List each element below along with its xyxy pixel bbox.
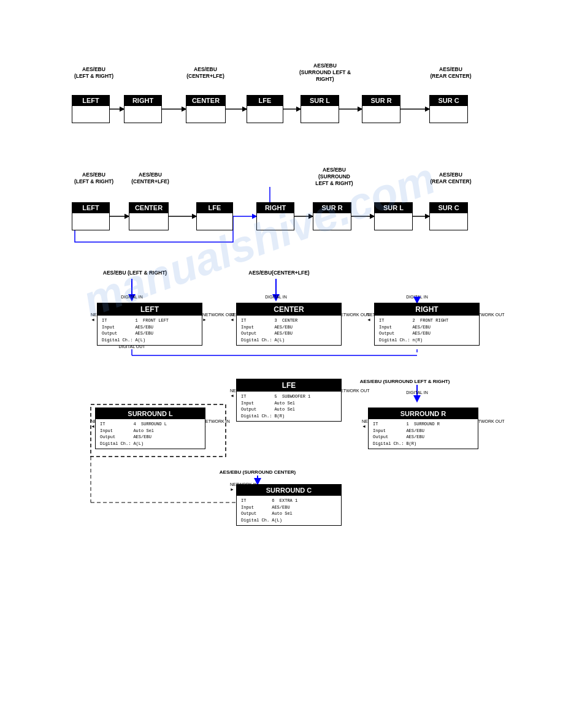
center-detail-body: IT3 CENTER InputAES/EBU OutputAES/EBU Di… xyxy=(237,316,341,345)
r2-lfe-label: LFE xyxy=(197,203,232,213)
r1-surR-label: SUR R xyxy=(362,96,400,105)
r2-surC-box: SUR C xyxy=(429,202,468,230)
center-detail-header: CENTER xyxy=(237,303,341,316)
svg-text:NETWORK OUT: NETWORK OUT xyxy=(337,313,370,317)
r1-center-box: CENTER xyxy=(186,95,226,123)
r2-surR-label: SUR R xyxy=(313,203,351,213)
r1-right-box: RIGHT xyxy=(124,95,162,123)
r1-left-label: LEFT xyxy=(72,96,109,105)
svg-text:◄: ◄ xyxy=(367,317,371,322)
r1-surL-label: SUR L xyxy=(301,96,339,105)
label-r1-surround: AES/EBU(SURROUND LEFT & RIGHT) xyxy=(291,63,359,83)
lfe-detail-box: LFE IT5 SUBWOOFER 1 InputAuto Sel Output… xyxy=(236,379,342,422)
surroundC-detail-header: SURROUND C xyxy=(237,485,341,496)
surroundC-detail-box: SURROUND C IT6 EXTRA 1 InputAES/EBU Outp… xyxy=(236,484,342,526)
left-detail-body: IT1 FRONT LEFT InputAES/EBU OutputAES/EB… xyxy=(98,316,202,345)
label-r1-left-right: AES/EBU(LEFT & RIGHT) xyxy=(66,66,121,80)
label-r1-rear: AES/EBU(REAR CENTER) xyxy=(423,66,478,80)
left-detail-box: LEFT IT1 FRONT LEFT InputAES/EBU OutputA… xyxy=(97,303,202,346)
svg-text:◄: ◄ xyxy=(362,424,366,428)
svg-text:NETWORK IN: NETWORK IN xyxy=(202,419,230,423)
label-bottom-left: AES/EBU (LEFT & RIGHT) xyxy=(98,270,172,276)
r1-surL-box: SUR L xyxy=(301,95,339,123)
surroundL-detail-header: SURROUND L xyxy=(96,408,205,419)
svg-text:◄: ◄ xyxy=(91,424,95,428)
surroundR-detail-body: IT1 SURROUND R InputAES/EBU OutputAES/EB… xyxy=(369,419,478,449)
surroundL-detail-body: IT4 SURROUND L InputAuto Sel OutputAES/E… xyxy=(96,419,205,449)
r2-left-label: LEFT xyxy=(72,203,109,213)
svg-text:◄: ◄ xyxy=(230,317,234,322)
label-r2-rear: AES/EBU(REAR CENTER) xyxy=(423,172,478,185)
surroundC-detail-body: IT6 EXTRA 1 InputAES/EBU OutputAuto Sel … xyxy=(237,496,341,525)
label-bottom-center: AES/EBU(CENTER+LFE) xyxy=(242,270,316,276)
svg-text:DIGITAL IN: DIGITAL IN xyxy=(121,295,142,299)
lfe-detail-header: LFE xyxy=(237,379,341,392)
r2-surC-label: SUR C xyxy=(430,203,467,213)
label-r2-left-right: AES/EBU(LEFT & RIGHT) xyxy=(66,172,121,185)
r2-surR-box: SUR R xyxy=(313,202,351,230)
surroundR-detail-box: SURROUND R IT1 SURROUND R InputAES/EBU O… xyxy=(368,408,478,449)
r2-surL-box: SUR L xyxy=(374,202,413,230)
svg-text:AES/EBU (SURROUND CENTER): AES/EBU (SURROUND CENTER) xyxy=(220,469,296,475)
right-detail-box: RIGHT IT2 FRONT RIGHT InputAES/EBU Outpu… xyxy=(374,303,480,346)
r1-left-box: LEFT xyxy=(72,95,110,123)
r1-surC-label: SUR C xyxy=(430,96,467,105)
svg-text:►: ► xyxy=(202,317,207,322)
svg-text:DIGITAL IN: DIGITAL IN xyxy=(406,295,427,299)
r2-right-box: RIGHT xyxy=(256,202,294,230)
center-detail-box: CENTER IT3 CENTER InputAES/EBU OutputAES… xyxy=(236,303,342,346)
svg-text:►: ► xyxy=(230,487,234,491)
surroundR-detail-header: SURROUND R xyxy=(369,408,478,419)
svg-text:NETWORK OUT: NETWORK OUT xyxy=(337,389,370,393)
r2-center-label: CENTER xyxy=(129,203,168,213)
svg-text:NETWORK OUT: NETWORK OUT xyxy=(202,313,235,317)
label-r2-surround: AES/EBU(SURROUNDLEFT & RIGHT) xyxy=(301,167,368,187)
svg-text:DIGITAL IN: DIGITAL IN xyxy=(265,295,286,299)
r2-center-box: CENTER xyxy=(129,202,169,230)
r1-surR-box: SUR R xyxy=(362,95,400,123)
diagram-container: manualshive.com xyxy=(0,0,563,728)
r1-center-label: CENTER xyxy=(186,96,225,105)
r2-left-box: LEFT xyxy=(72,202,110,230)
r1-surC-box: SUR C xyxy=(429,95,468,123)
right-detail-body: IT2 FRONT RIGHT InputAES/EBU OutputAES/E… xyxy=(375,316,479,345)
r2-surL-label: SUR L xyxy=(375,203,412,213)
svg-text:AES/EBU (SURROUND LEFT & RIGHT: AES/EBU (SURROUND LEFT & RIGHT) xyxy=(360,379,450,384)
r2-right-label: RIGHT xyxy=(257,203,294,213)
svg-text:DIGITAL IN: DIGITAL IN xyxy=(406,390,427,395)
label-r1-center-lfe: AES/EBU(CENTER+LFE) xyxy=(178,66,233,80)
label-r2-center-lfe: AES/EBU(CENTER+LFE) xyxy=(123,172,178,185)
svg-text:◄: ◄ xyxy=(91,317,95,322)
svg-text:◄: ◄ xyxy=(230,393,234,398)
r2-lfe-box: LFE xyxy=(196,202,233,230)
right-detail-header: RIGHT xyxy=(375,303,479,316)
r1-lfe-box: LFE xyxy=(247,95,283,123)
r1-right-label: RIGHT xyxy=(124,96,161,105)
lfe-detail-body: IT5 SUBWOOFER 1 InputAuto Sel OutputAuto… xyxy=(237,392,341,421)
left-detail-header: LEFT xyxy=(98,303,202,316)
r1-lfe-label: LFE xyxy=(247,96,283,105)
surroundL-detail-box: SURROUND L IT4 SURROUND L InputAuto Sel … xyxy=(95,408,205,449)
